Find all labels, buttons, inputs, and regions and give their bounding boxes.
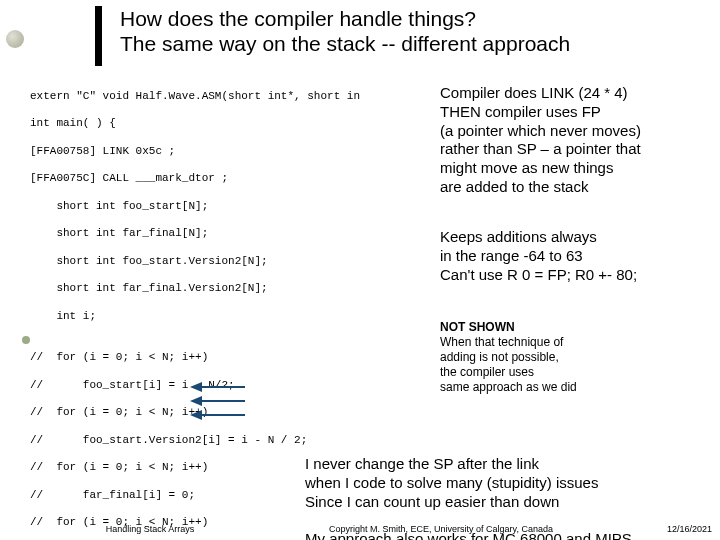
svg-marker-1 xyxy=(190,382,202,392)
code-l06: short int far_final[N]; xyxy=(30,227,445,241)
footer-left: Handling Stack Arrays xyxy=(50,524,250,534)
code-l08: short int far_final.Version2[N]; xyxy=(30,282,445,296)
note-notshown-body: When that technique of adding is not pos… xyxy=(440,335,695,395)
note-notshown: NOT SHOWN When that technique of adding … xyxy=(440,320,695,395)
title-line1: How does the compiler handle things? xyxy=(120,6,570,31)
small-bullet-decor xyxy=(22,336,30,344)
slide-footer: Handling Stack Arrays Copyright M. Smith… xyxy=(50,524,712,534)
code-l02: int main( ) { xyxy=(30,117,445,131)
note-notshown-heading: NOT SHOWN xyxy=(440,320,695,335)
svg-marker-5 xyxy=(190,410,202,420)
bullet-decor xyxy=(6,30,24,48)
header-vbar xyxy=(95,6,102,66)
code-l03: [FFA00758] LINK 0x5c ; xyxy=(30,145,445,159)
code-l11: // for (i = 0; i < N; i++) xyxy=(30,351,445,365)
title-block: How does the compiler handle things? The… xyxy=(120,6,570,56)
slide-header: How does the compiler handle things? The… xyxy=(95,6,710,66)
arrow-icon-3 xyxy=(190,406,250,424)
code-l05: short int foo_start[N]; xyxy=(30,200,445,214)
code-l04: [FFA0075C] CALL ___mark_dtor ; xyxy=(30,172,445,186)
footer-copyright: Copyright M. Smith, ECE, University of C… xyxy=(301,524,581,534)
code-l01: extern "C" void Half.Wave.ASM(short int*… xyxy=(30,90,445,104)
code-l14: // foo_start.Version2[i] = i - N / 2; xyxy=(30,434,445,448)
svg-marker-3 xyxy=(190,396,202,406)
footer-date: 12/16/2021 xyxy=(632,524,712,534)
title-line2: The same way on the stack -- different a… xyxy=(120,31,570,56)
note-range: Keeps additions always in the range -64 … xyxy=(440,228,705,284)
note-link-fp: Compiler does LINK (24 * 4) THEN compile… xyxy=(440,84,705,197)
code-l09: int i; xyxy=(30,310,445,324)
code-l07: short int foo_start.Version2[N]; xyxy=(30,255,445,269)
